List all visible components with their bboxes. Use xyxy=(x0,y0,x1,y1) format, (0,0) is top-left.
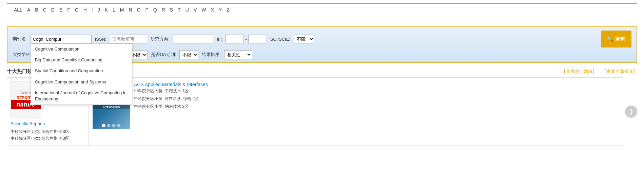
all-domains-link[interactable]: 【查看全部领域】 xyxy=(602,69,637,75)
autocomplete-item[interactable]: Spatial Cognition and Computation xyxy=(31,65,132,76)
card2-meta1: 中科院分区大类: 工程技术 1区 xyxy=(134,87,619,95)
search-row-1: 期刊名: Cognitive ComputationBig Data and C… xyxy=(13,31,631,47)
card-acs: APPLIED MATERIALS & INTERFACES ACS Appli… xyxy=(88,77,623,146)
chevron-right-icon: ❯ xyxy=(629,108,633,115)
alphabet-item-c[interactable]: C xyxy=(43,7,46,13)
alphabet-item-e[interactable]: E xyxy=(59,7,62,13)
alphabet-item-t[interactable]: T xyxy=(178,7,181,13)
direction-label: 研究方向: xyxy=(151,36,170,42)
sci-label: SCI/SCIE: xyxy=(270,37,290,42)
search-icon: 🔍 xyxy=(607,36,613,42)
card1-meta2-value: 综合性期刊 3区 xyxy=(41,136,69,141)
alphabet-item-m[interactable]: M xyxy=(120,7,124,13)
alphabet-item-f[interactable]: F xyxy=(67,7,70,13)
card2-content: ACS Applied Materials & Interfaces 中科院分区… xyxy=(134,82,619,110)
alphabet-item-h[interactable]: H xyxy=(83,7,87,13)
autocomplete-item[interactable]: Big Data and Cognitive Computing xyxy=(31,55,132,65)
card1-meta2: 中科院分区小类: 综合性期刊 3区 xyxy=(11,135,84,142)
alphabet-item-r[interactable]: R xyxy=(162,7,165,13)
autocomplete-dropdown: Cognitive ComputationBig Data and Cognit… xyxy=(31,43,132,105)
section-links: 【查看热门领域】 【查看全部领域】 xyxy=(562,69,637,75)
alphabet-item-x[interactable]: X xyxy=(211,7,214,13)
issn-label: ISSN: xyxy=(95,37,106,42)
dot-1[interactable] xyxy=(102,124,105,127)
alphabet-item-a[interactable]: A xyxy=(27,7,30,13)
search-panel: 期刊名: Cognitive ComputationBig Data and C… xyxy=(7,26,637,63)
card2-meta1-label: 中科院分区大类: xyxy=(134,89,163,93)
alphabet-item-p[interactable]: P xyxy=(145,7,149,13)
card1-meta: 中科院分区大类: 综合性期刊 3区 中科院分区小类: 综合性期刊 3区 xyxy=(11,128,84,142)
if-dash: - xyxy=(245,37,247,42)
alphabet-item-w[interactable]: W xyxy=(201,7,206,13)
autocomplete-item[interactable]: Cognitive Computation and Systems xyxy=(31,77,132,88)
sort-select[interactable]: 相关性 影响因子 引用次数 xyxy=(224,50,252,59)
alphabet-item-q[interactable]: Q xyxy=(153,7,157,13)
card2-meta1-value: 工程技术 1区 xyxy=(165,89,189,93)
alphabet-item-o[interactable]: O xyxy=(137,7,141,13)
scien-text: SCIEN xyxy=(20,91,32,96)
card1-title[interactable]: Scientific Reports xyxy=(11,121,84,126)
category-label: 大类学科: xyxy=(13,52,32,58)
alphabet-item-b[interactable]: B xyxy=(35,7,38,13)
card2-meta3: 中科院分区小类: 纳米技术 2区 xyxy=(134,103,619,111)
alphabet-item-v[interactable]: V xyxy=(194,7,197,13)
alphabet-item-d[interactable]: D xyxy=(51,7,55,13)
if-min-input[interactable] xyxy=(225,35,244,43)
alphabet-item-k[interactable]: K xyxy=(105,7,108,13)
alphabet-item-i[interactable]: I xyxy=(92,7,93,13)
card2-meta2-label: 中科院分区小类: xyxy=(134,96,163,101)
alphabet-item-z[interactable]: Z xyxy=(227,7,230,13)
journal-label: 期刊名: xyxy=(13,36,27,42)
dot-3[interactable] xyxy=(112,124,116,127)
next-arrow[interactable]: ❯ xyxy=(625,105,637,118)
card2-dots xyxy=(102,124,121,127)
sci-select[interactable]: 不限 SCI SCIE xyxy=(294,35,314,43)
search-btn-label: 查询 xyxy=(615,36,625,42)
if-group: - xyxy=(225,35,267,43)
oa-label: 是否OA期刊: xyxy=(151,52,176,58)
alphabet-item-s[interactable]: S xyxy=(170,7,173,13)
autocomplete-item[interactable]: International Journal of Cognitive Compu… xyxy=(31,88,132,104)
hot-domains-link[interactable]: 【查看热门领域】 xyxy=(562,69,597,75)
dot-2[interactable] xyxy=(107,124,111,127)
issn-input[interactable] xyxy=(110,35,147,43)
direction-input[interactable] xyxy=(173,35,213,43)
card1-meta2-label: 中科院分区小类: xyxy=(11,136,40,141)
alphabet-item-l[interactable]: L xyxy=(113,7,115,13)
sort-label: 结果排序: xyxy=(202,52,221,58)
card2-meta3-label: 中科院分区小类: xyxy=(134,104,163,109)
autocomplete-item[interactable]: Cognitive Computation xyxy=(31,44,132,55)
alphabet-item-all[interactable]: ALL xyxy=(14,7,22,13)
alphabet-item-g[interactable]: G xyxy=(75,7,79,13)
dot-4[interactable] xyxy=(117,124,121,127)
card2-meta2-value: 材料科学: 综合 2区 xyxy=(165,96,199,101)
journal-input-wrapper: Cognitive ComputationBig Data and Cognit… xyxy=(31,35,92,43)
alphabet-item-j[interactable]: J xyxy=(98,7,100,13)
alphabet-item-n[interactable]: N xyxy=(129,7,132,13)
card1-meta1-label: 中科院分区大类: xyxy=(11,129,40,134)
card1-meta1-value: 综合性期刊 3区 xyxy=(41,129,69,134)
card1-meta1: 中科院分区大类: 综合性期刊 3区 xyxy=(11,128,84,135)
alphabet-item-u[interactable]: U xyxy=(186,7,189,13)
card2-title[interactable]: ACS Applied Materials & Interfaces xyxy=(134,82,208,87)
if-label: IF: xyxy=(217,37,222,42)
if-max-input[interactable] xyxy=(248,35,267,43)
search-button[interactable]: 🔍 查询 xyxy=(601,31,631,47)
alphabet-bar: ALLABCDEFGHIJKLMNOPQRSTUVWXYZ xyxy=(7,3,637,16)
card2-meta3-value: 纳米技术 2区 xyxy=(165,104,189,109)
card2-meta2: 中科院分区小类: 材料科学: 综合 2区 xyxy=(134,95,619,103)
alphabet-item-y[interactable]: Y xyxy=(219,7,222,13)
oa-select[interactable]: 不限 是 否 xyxy=(179,50,198,59)
journal-input[interactable] xyxy=(31,35,92,43)
card2-meta: 中科院分区大类: 工程技术 1区 中科院分区小类: 材料科学: 综合 2区 中科… xyxy=(134,87,619,110)
